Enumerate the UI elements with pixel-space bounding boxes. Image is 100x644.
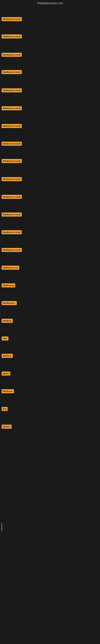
bottleneck-badge[interactable]: Bottleneck res xyxy=(1,266,19,270)
list-item[interactable]: Bott xyxy=(0,336,100,341)
bottleneck-badge[interactable]: Bot xyxy=(1,407,8,411)
list-item[interactable]: Bottleneck result xyxy=(0,195,100,200)
site-title: TheBottlenecker.com xyxy=(0,0,100,6)
list-item[interactable]: Bottleneck xyxy=(0,283,100,288)
bottleneck-badge[interactable]: Bottleneck result xyxy=(1,17,22,21)
bottleneck-badge[interactable]: Bottleneck result xyxy=(1,159,22,163)
list-item[interactable]: Bottleneck result xyxy=(0,88,100,93)
bottleneck-badge[interactable]: Bottleneck result xyxy=(1,34,22,38)
bottleneck-badge[interactable]: Bottle xyxy=(1,372,10,376)
bottleneck-badge[interactable]: Bottleneck result xyxy=(1,195,22,199)
list-item[interactable]: Bottleneck result xyxy=(0,124,100,129)
bottleneck-list: Bottleneck resultBottleneck resultBottle… xyxy=(0,6,100,644)
list-item[interactable]: Bottleneck result xyxy=(0,159,100,164)
list-item[interactable]: Bottle xyxy=(0,372,100,376)
bottleneck-badge[interactable]: Bottleneck result xyxy=(1,88,22,92)
list-item[interactable]: Bottleneck result xyxy=(0,106,100,111)
list-item[interactable]: Bottleneck r xyxy=(0,301,100,306)
bottleneck-badge[interactable]: Bottleneck result xyxy=(1,177,22,181)
list-item[interactable]: Bottleneck result xyxy=(0,34,100,39)
bottleneck-badge[interactable]: Bott xyxy=(1,336,8,340)
bottleneck-badge[interactable]: Bottleneck result xyxy=(1,124,22,128)
bottleneck-badge[interactable]: Bottleneck r xyxy=(1,301,17,305)
list-item[interactable]: Bottleneck result xyxy=(0,17,100,22)
bottleneck-badge[interactable]: Bottleneck result xyxy=(1,212,22,216)
list-item[interactable]: Bottleneck result xyxy=(0,248,100,253)
bottleneck-badge[interactable]: Bottlene xyxy=(1,319,13,323)
bottleneck-badge[interactable]: Bottlenec xyxy=(1,389,14,393)
list-item[interactable]: Bottleneck result xyxy=(0,142,100,146)
list-item[interactable]: Bottlenec xyxy=(0,389,100,394)
bottleneck-badge[interactable]: Bottleneck xyxy=(1,283,15,288)
bottleneck-badge[interactable]: Bottleneck result xyxy=(1,142,22,146)
list-item[interactable]: Bottlene xyxy=(0,354,100,359)
bottleneck-badge[interactable]: Bottleneck result xyxy=(1,230,22,234)
list-item[interactable]: Bottleneck result xyxy=(0,53,100,58)
list-item[interactable]: Bottlene xyxy=(0,319,100,324)
cursor-indicator xyxy=(1,523,2,531)
bottleneck-badge[interactable]: Bottlen xyxy=(1,425,12,429)
bottleneck-badge[interactable]: Bottlene xyxy=(1,354,13,358)
list-item[interactable]: Bottleneck result xyxy=(0,230,100,235)
bottleneck-badge[interactable]: Bottleneck result xyxy=(1,106,22,110)
list-item[interactable]: Bottleneck result xyxy=(0,212,100,217)
list-item[interactable]: Bottleneck result xyxy=(0,177,100,182)
bottleneck-badge[interactable]: Bottleneck result xyxy=(1,53,22,57)
bottleneck-badge[interactable]: Bottleneck result xyxy=(1,70,22,74)
bottleneck-badge[interactable]: Bottleneck result xyxy=(1,248,22,252)
list-item[interactable]: Bot xyxy=(0,407,100,412)
list-item[interactable]: Bottleneck result xyxy=(0,70,100,75)
list-item[interactable]: Bottlen xyxy=(0,425,100,430)
list-item[interactable]: Bottleneck res xyxy=(0,266,100,270)
